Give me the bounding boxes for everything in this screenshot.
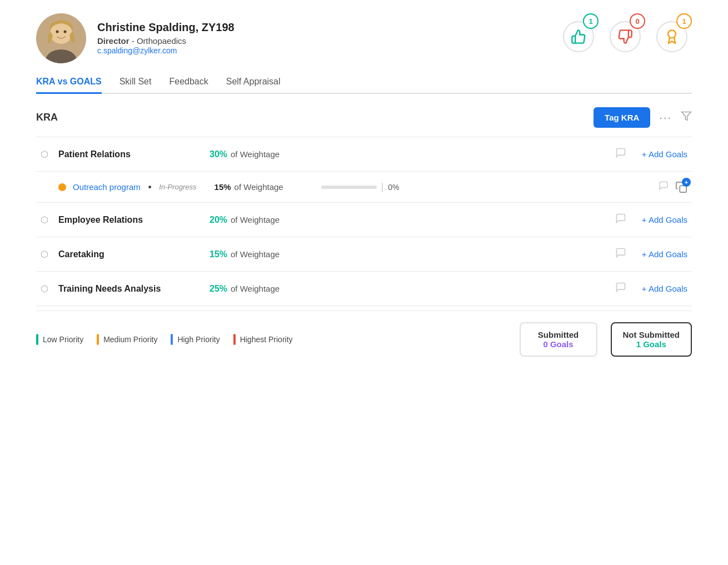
comment-icon[interactable] [615, 147, 626, 161]
negative-count: 0 [630, 13, 645, 29]
tab-feedback[interactable]: Feedback [169, 77, 208, 94]
kra-weightage: 20% of Weightage [210, 215, 310, 225]
weight-percent: 30% [210, 149, 227, 159]
badges-section: 1 0 1 [563, 13, 692, 52]
kra-title: KRA [36, 112, 58, 123]
copy-add-button[interactable]: + [675, 181, 687, 193]
weight-percent: 20% [210, 215, 227, 225]
kra-name: Caretaking [58, 249, 169, 259]
not-submitted-title: Not Submitted [623, 330, 680, 339]
low-priority-bar [36, 334, 38, 345]
weight-label: of Weightage [231, 284, 280, 293]
medium-priority-bar [97, 334, 99, 345]
highest-priority-label: Highest Priority [240, 335, 293, 344]
submitted-title: Submitted [538, 330, 579, 339]
user-name: Christine Spalding, ZY198 [97, 21, 235, 34]
comment-icon[interactable] [615, 282, 626, 296]
svg-point-3 [56, 31, 59, 33]
avatar [36, 13, 86, 63]
svg-marker-6 [682, 112, 691, 121]
more-options-button[interactable]: ··· [659, 111, 672, 124]
kra-row-patient-relations: ⬡ Patient Relations 30% of Weightage + A… [36, 137, 692, 172]
comment-icon[interactable] [615, 213, 626, 227]
tag-kra-button[interactable]: Tag KRA [594, 107, 650, 128]
positive-count: 1 [583, 13, 599, 29]
negative-feedback-badge: 0 [610, 13, 645, 52]
tab-self-appraisal[interactable]: Self Appraisal [226, 77, 281, 94]
progress-bar: | 0% [321, 181, 652, 193]
progress-sep: | [381, 181, 384, 193]
kra-name: Patient Relations [58, 149, 169, 159]
add-badge: + [682, 178, 691, 187]
separator: • [148, 182, 152, 192]
user-info-section: Christine Spalding, ZY198 Director - Ort… [36, 13, 235, 63]
weight-label: of Weightage [231, 215, 280, 224]
goal-name[interactable]: Outreach program [73, 182, 141, 192]
kra-name: Training Needs Analysis [58, 284, 169, 294]
priority-dot [58, 183, 66, 191]
weight-percent: 15% [210, 249, 227, 259]
progress-value: 0% [388, 183, 399, 192]
kra-weightage: 25% of Weightage [210, 284, 310, 294]
goal-weight-label: of Weightage [235, 182, 283, 192]
user-email[interactable]: c.spalding@zylker.com [97, 46, 177, 55]
submitted-goals-box: Submitted 0 Goals [520, 322, 597, 357]
kra-actions: Tag KRA ··· [594, 107, 692, 128]
legend-highest-priority: Highest Priority [233, 334, 293, 345]
user-details: Christine Spalding, ZY198 Director - Ort… [97, 21, 235, 56]
user-role: Director - Orthopaedics [97, 36, 235, 46]
add-goals-button[interactable]: + Add Goals [642, 249, 687, 259]
kra-row-caretaking: ⬡ Caretaking 15% of Weightage + Add Goal… [36, 237, 692, 272]
high-priority-label: High Priority [177, 335, 220, 344]
goal-weightage: 15% of Weightage [215, 182, 303, 192]
legend-medium-priority: Medium Priority [97, 334, 157, 345]
goal-comment-icon[interactable] [659, 181, 669, 193]
profile-header: Christine Spalding, ZY198 Director - Ort… [36, 13, 692, 63]
legend-low-priority: Low Priority [36, 334, 83, 345]
award-badge: 1 [656, 13, 692, 52]
legend-high-priority: High Priority [171, 334, 220, 345]
positive-feedback-badge: 1 [563, 13, 599, 52]
kra-list: ⬡ Patient Relations 30% of Weightage + A… [36, 137, 692, 306]
progress-bg [321, 186, 377, 189]
sort-icon: ⬡ [41, 249, 52, 259]
goal-status: In-Progress [159, 183, 196, 191]
add-goals-button[interactable]: + Add Goals [642, 149, 687, 159]
kra-weightage: 30% of Weightage [210, 149, 310, 159]
kra-name: Employee Relations [58, 215, 169, 225]
goal-weight-percent: 15% [215, 182, 231, 192]
not-submitted-goals-box: Not Submitted 1 Goals [611, 322, 692, 357]
sort-icon: ⬡ [41, 214, 52, 225]
tab-kra-vs-goals[interactable]: KRA vs GOALS [36, 77, 102, 94]
award-count: 1 [676, 13, 692, 29]
goal-row-outreach: Outreach program • In-Progress 15% of We… [36, 172, 692, 203]
sort-icon: ⬡ [41, 283, 52, 294]
weight-label: of Weightage [231, 149, 280, 159]
high-priority-bar [171, 334, 173, 345]
svg-point-5 [668, 30, 676, 38]
tab-skill-set[interactable]: Skill Set [119, 77, 152, 94]
kra-row-employee-relations: ⬡ Employee Relations 20% of Weightage + … [36, 203, 692, 237]
tab-bar: KRA vs GOALS Skill Set Feedback Self App… [36, 77, 692, 94]
sort-icon: ⬡ [41, 149, 52, 159]
comment-icon[interactable] [615, 247, 626, 261]
weight-percent: 25% [210, 284, 227, 294]
footer-legend: Low Priority Medium Priority High Priori… [36, 311, 692, 368]
svg-rect-7 [680, 186, 686, 192]
kra-header: KRA Tag KRA ··· [36, 107, 692, 128]
weight-label: of Weightage [231, 249, 280, 259]
not-submitted-count: 1 Goals [636, 339, 666, 349]
medium-priority-label: Medium Priority [103, 335, 157, 344]
kra-row-training: ⬡ Training Needs Analysis 25% of Weighta… [36, 272, 692, 306]
filter-button[interactable] [681, 111, 692, 124]
submitted-count: 0 Goals [543, 339, 573, 349]
low-priority-label: Low Priority [43, 335, 83, 344]
highest-priority-bar [233, 334, 236, 345]
kra-weightage: 15% of Weightage [210, 249, 310, 259]
add-goals-button[interactable]: + Add Goals [642, 284, 687, 293]
add-goals-button[interactable]: + Add Goals [642, 215, 687, 224]
svg-point-4 [64, 31, 67, 33]
